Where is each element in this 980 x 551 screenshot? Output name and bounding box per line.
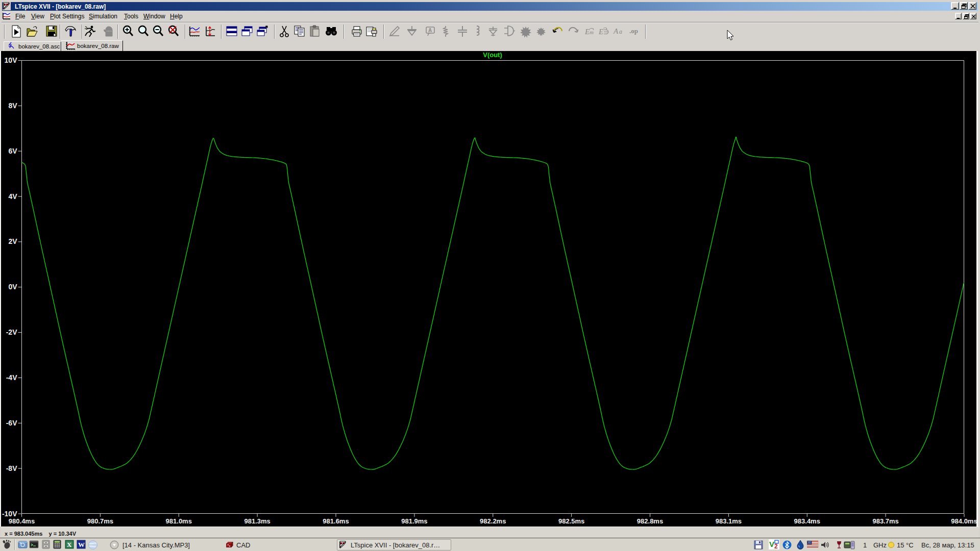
svg-text:E: E xyxy=(584,28,590,36)
svg-text:.op: .op xyxy=(629,27,638,35)
svg-text:2V: 2V xyxy=(8,237,17,245)
svg-text:984.0ms: 984.0ms xyxy=(951,517,976,525)
svg-text:982.8ms: 982.8ms xyxy=(637,517,663,525)
svg-text:V: V xyxy=(769,540,774,548)
svg-text:-8V: -8V xyxy=(6,464,17,472)
svg-text:E: E xyxy=(598,28,603,36)
svg-text:∋: ∋ xyxy=(603,28,609,36)
svg-text:981.3ms: 981.3ms xyxy=(244,517,270,525)
svg-text:981.0ms: 981.0ms xyxy=(166,517,192,525)
svg-text:4V: 4V xyxy=(8,192,17,201)
svg-text:-6V: -6V xyxy=(6,419,17,427)
svg-text:980.7ms: 980.7ms xyxy=(87,517,113,525)
svg-text:W: W xyxy=(78,541,85,548)
svg-text:983.4ms: 983.4ms xyxy=(794,517,820,525)
svg-text:982.2ms: 982.2ms xyxy=(480,517,506,525)
svg-text:983.1ms: 983.1ms xyxy=(716,517,742,525)
svg-text:0V: 0V xyxy=(8,283,17,291)
svg-text:982.5ms: 982.5ms xyxy=(558,517,584,525)
svg-text:X: X xyxy=(67,541,72,548)
svg-text:981.6ms: 981.6ms xyxy=(323,517,349,525)
svg-text:-4V: -4V xyxy=(6,373,17,382)
svg-text:A: A xyxy=(428,28,432,33)
svg-text:a: a xyxy=(619,28,622,35)
svg-text:2: 2 xyxy=(774,543,778,550)
svg-text:983.7ms: 983.7ms xyxy=(872,517,898,525)
svg-text:A: A xyxy=(613,27,619,35)
svg-text:V(out): V(out) xyxy=(483,51,502,59)
svg-text:6V: 6V xyxy=(8,147,17,155)
svg-text:8V: 8V xyxy=(8,102,17,110)
svg-text:981.9ms: 981.9ms xyxy=(401,517,427,525)
svg-text:-10V: -10V xyxy=(2,510,17,518)
svg-text:10V: 10V xyxy=(5,56,18,64)
svg-text:-2V: -2V xyxy=(6,328,17,336)
svg-text:980.4ms: 980.4ms xyxy=(9,517,35,525)
